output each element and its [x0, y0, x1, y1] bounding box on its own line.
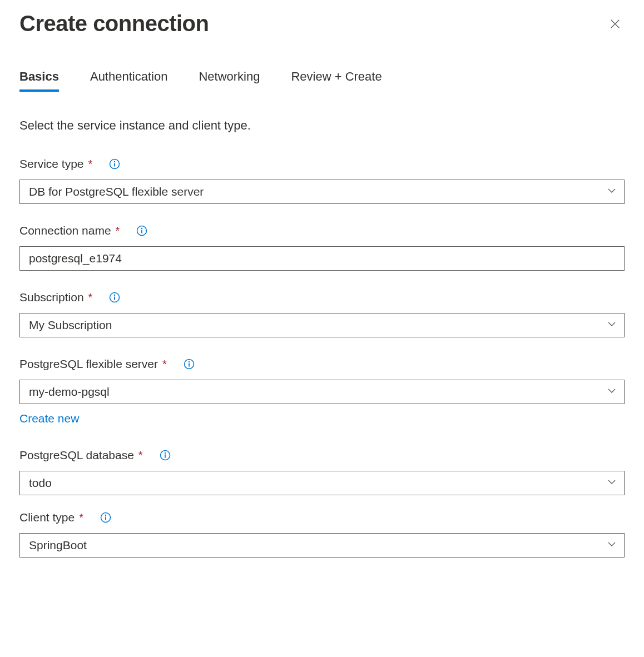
svg-rect-5	[142, 230, 143, 233]
required-asterisk: *	[138, 449, 143, 462]
svg-rect-14	[165, 455, 166, 458]
label-row: PostgreSQL database *	[19, 449, 625, 462]
database-label: PostgreSQL database	[19, 449, 134, 462]
info-icon[interactable]	[136, 225, 147, 236]
svg-rect-8	[114, 297, 115, 300]
svg-point-13	[164, 452, 165, 454]
required-asterisk: *	[162, 358, 167, 371]
tab-review-create[interactable]: Review + Create	[291, 69, 382, 92]
required-asterisk: *	[116, 225, 120, 237]
client-type-label: Client type	[19, 511, 75, 524]
field-service-type: Service type * DB for PostgreSQL flexibl…	[19, 157, 625, 204]
field-connection-name: Connection name *	[19, 224, 625, 271]
connection-name-input[interactable]	[19, 246, 625, 271]
subscription-value: My Subscription	[29, 318, 600, 332]
svg-rect-11	[189, 364, 190, 367]
tab-bar: Basics Authentication Networking Review …	[19, 69, 625, 92]
field-client-type: Client type * SpringBoot	[19, 511, 625, 558]
svg-rect-2	[114, 163, 115, 167]
page-title: Create connection	[19, 11, 209, 36]
close-button[interactable]	[606, 14, 625, 35]
flex-server-label: PostgreSQL flexible server	[19, 357, 158, 371]
tab-basics[interactable]: Basics	[19, 69, 59, 92]
field-flex-server: PostgreSQL flexible server * my-demo-pgs…	[19, 357, 625, 425]
svg-rect-17	[105, 517, 106, 520]
svg-point-4	[141, 228, 142, 229]
svg-point-7	[114, 295, 115, 296]
required-asterisk: *	[79, 511, 83, 524]
client-type-select[interactable]: SpringBoot	[19, 533, 625, 558]
database-select[interactable]: todo	[19, 471, 625, 495]
service-type-value: DB for PostgreSQL flexible server	[29, 185, 600, 198]
tab-authentication[interactable]: Authentication	[90, 69, 167, 92]
flex-server-value: my-demo-pgsql	[29, 385, 600, 399]
info-icon[interactable]	[100, 512, 111, 523]
label-row: Subscription *	[19, 291, 625, 304]
field-database: PostgreSQL database * todo	[19, 449, 625, 495]
label-row: Connection name *	[19, 224, 625, 237]
svg-point-16	[105, 515, 106, 516]
info-icon[interactable]	[160, 450, 171, 461]
client-type-value: SpringBoot	[29, 539, 600, 552]
label-row: Service type *	[19, 157, 625, 171]
field-subscription: Subscription * My Subscription	[19, 291, 625, 337]
svg-point-10	[189, 361, 190, 362]
required-asterisk: *	[88, 158, 93, 171]
subscription-select[interactable]: My Subscription	[19, 313, 625, 337]
panel-header: Create connection	[19, 11, 625, 36]
label-row: Client type *	[19, 511, 625, 524]
instruction-text: Select the service instance and client t…	[19, 118, 625, 133]
info-icon[interactable]	[184, 359, 195, 370]
tab-networking[interactable]: Networking	[199, 69, 260, 92]
database-value: todo	[29, 476, 600, 490]
subscription-label: Subscription	[19, 291, 84, 304]
flex-server-select[interactable]: my-demo-pgsql	[19, 380, 625, 404]
label-row: PostgreSQL flexible server *	[19, 357, 625, 371]
info-icon[interactable]	[109, 158, 120, 170]
service-type-label: Service type	[19, 157, 84, 171]
create-new-link[interactable]: Create new	[19, 412, 79, 425]
service-type-select[interactable]: DB for PostgreSQL flexible server	[19, 180, 625, 204]
close-icon	[609, 23, 621, 32]
info-icon[interactable]	[109, 292, 120, 303]
svg-point-1	[114, 161, 115, 162]
required-asterisk: *	[88, 291, 93, 304]
connection-name-label: Connection name	[19, 224, 111, 237]
